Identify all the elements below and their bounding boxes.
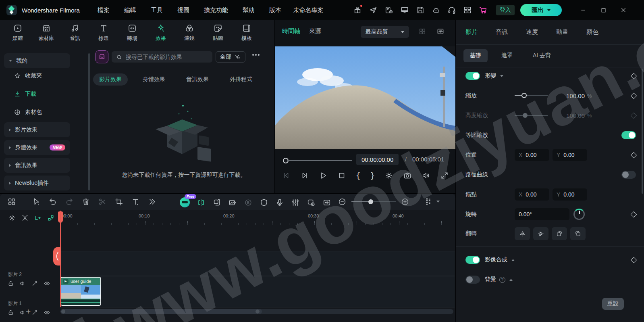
track1-lane[interactable] [60, 276, 455, 307]
flip-horizontal-button[interactable] [515, 227, 530, 240]
reset-button[interactable]: 重設 [602, 298, 624, 310]
help-icon[interactable]: ? [499, 277, 505, 283]
save-icon[interactable] [416, 6, 425, 15]
menu-edit[interactable]: 編輯 [124, 6, 136, 14]
caret-down-icon[interactable] [436, 201, 440, 203]
tab-titles[interactable]: 標題 [95, 23, 112, 46]
playhead-grip[interactable] [53, 247, 61, 266]
props-tab-audio[interactable]: 音訊 [496, 28, 508, 36]
promote-icon[interactable] [369, 6, 378, 15]
tab-stock[interactable]: 素材庫 [37, 23, 55, 46]
uniform-scale-toggle[interactable] [621, 131, 636, 139]
transform-keyframe-icon[interactable] [631, 73, 637, 79]
volume-icon[interactable] [422, 171, 430, 180]
position-keyframe-icon[interactable] [631, 152, 637, 158]
path-curve-toggle[interactable] [621, 171, 636, 179]
category-audio-effects[interactable]: 音訊效果 [180, 73, 215, 86]
zoom-in-icon[interactable] [401, 197, 409, 206]
effects-store-button[interactable] [96, 50, 108, 63]
stop-button[interactable] [337, 171, 346, 180]
sidebar-item-video-effects[interactable]: 影片效果 [4, 122, 70, 137]
auto-ripple-icon[interactable] [21, 214, 29, 222]
tab-effects[interactable]: 效果 [152, 23, 170, 46]
sidebar-item-favorites[interactable]: 收藏夾 [14, 72, 42, 80]
track2-lane[interactable] [60, 251, 455, 276]
category-body-effects[interactable]: 身體效果 [137, 73, 171, 86]
position-x-field[interactable]: X0.00 [515, 149, 549, 161]
tab-filters[interactable]: 濾鏡 [181, 23, 198, 46]
ruler-minor-ticks[interactable] [60, 223, 455, 225]
speed-ramp-icon[interactable] [228, 198, 237, 207]
position-y-field[interactable]: Y0.00 [553, 149, 587, 161]
login-button[interactable]: 登入 [496, 5, 515, 15]
properties-scrollbar[interactable] [642, 69, 643, 194]
tab-media[interactable]: 媒體 [9, 23, 27, 46]
quick-split-icon[interactable] [197, 198, 206, 207]
anchor-y-field[interactable]: Y0.00 [553, 188, 587, 201]
render-preview-icon[interactable] [307, 198, 316, 207]
props-tab-video[interactable]: 影片 [465, 28, 478, 36]
track1-magic-icon[interactable] [31, 309, 38, 316]
menu-view[interactable]: 視圖 [177, 6, 189, 14]
rotation-dial[interactable] [573, 209, 585, 220]
preview-tab-timeline[interactable]: 時間軸 [282, 27, 300, 35]
tab-stickers[interactable]: 貼圖 [209, 23, 227, 46]
mark-in-button[interactable]: { [355, 171, 360, 180]
media-browser-icon[interactable] [7, 197, 16, 206]
gift-icon[interactable] [353, 6, 362, 15]
headset-support-icon[interactable] [447, 6, 456, 15]
timeline-settings-icon[interactable] [8, 214, 16, 222]
scrollbar-right-cap[interactable] [256, 309, 260, 314]
menu-help[interactable]: 幫助 [243, 6, 255, 14]
scale-keyframe-icon[interactable] [631, 92, 637, 99]
subtab-mask[interactable]: 遮罩 [495, 49, 519, 62]
device-history-icon[interactable] [384, 6, 393, 15]
tab-audio[interactable]: 音訊 [66, 23, 84, 46]
sidebar-scrollbar[interactable] [88, 53, 90, 190]
preview-tab-source[interactable]: 來源 [309, 27, 321, 35]
menu-extensions[interactable]: 擴充功能 [204, 6, 228, 14]
sidebar-item-downloads[interactable]: 下載 [14, 90, 36, 98]
snapshot-camera-icon[interactable] [403, 171, 412, 180]
fullscreen-icon[interactable] [440, 171, 449, 180]
minimize-button[interactable] [578, 5, 588, 15]
compositing-keyframe-icon[interactable] [631, 257, 637, 263]
display-icon[interactable] [400, 6, 409, 15]
scrubber-track[interactable] [287, 160, 352, 161]
add-track-button[interactable]: + [26, 307, 31, 316]
compositing-toggle[interactable] [465, 256, 480, 264]
track2-lock-icon[interactable] [7, 280, 14, 287]
category-video-effects[interactable]: 影片效果 [93, 73, 128, 86]
props-tab-animation[interactable]: 動畫 [556, 28, 568, 36]
transform-toggle[interactable] [465, 72, 480, 80]
sidebar-item-body-effects[interactable]: 身體效果NEW [4, 140, 70, 155]
video-preview[interactable] [275, 46, 455, 149]
more-options-button[interactable] [252, 54, 260, 56]
record-voiceover-icon[interactable] [275, 198, 284, 207]
timeline-zoom-slider[interactable] [351, 201, 396, 202]
track2-visibility-icon[interactable] [44, 280, 50, 287]
caret-down-icon[interactable] [500, 75, 503, 77]
rotate-ccw-button[interactable] [570, 227, 586, 240]
scale-value[interactable]: 100.00 [560, 92, 585, 99]
mark-out-button[interactable]: } [370, 171, 375, 180]
tab-templates[interactable]: 模板 [238, 23, 256, 46]
export-button[interactable]: 匯出 [520, 4, 562, 16]
audio-mixer-icon[interactable] [291, 198, 300, 207]
keyframe-b-icon[interactable] [244, 198, 253, 207]
subtab-basic[interactable]: 基礎 [463, 49, 488, 62]
play-button[interactable] [319, 171, 328, 180]
zoom-out-icon[interactable] [338, 197, 347, 206]
menu-file[interactable]: 檔案 [98, 6, 110, 14]
undo-icon[interactable] [48, 197, 57, 206]
clip-user-guide[interactable]: ▶user guide [60, 277, 101, 306]
track1-mute-icon[interactable] [19, 309, 26, 316]
sidebar-item-asset-pack[interactable]: 素材包 [14, 108, 42, 116]
flip-vertical-button[interactable] [533, 227, 548, 240]
fit-timeline-icon[interactable] [322, 198, 331, 207]
playback-settings-icon[interactable] [384, 171, 393, 180]
close-button[interactable] [619, 5, 628, 15]
delete-icon[interactable] [81, 197, 90, 206]
category-plugins[interactable]: 外掛程式 [224, 73, 258, 86]
crop-icon[interactable] [114, 197, 123, 206]
